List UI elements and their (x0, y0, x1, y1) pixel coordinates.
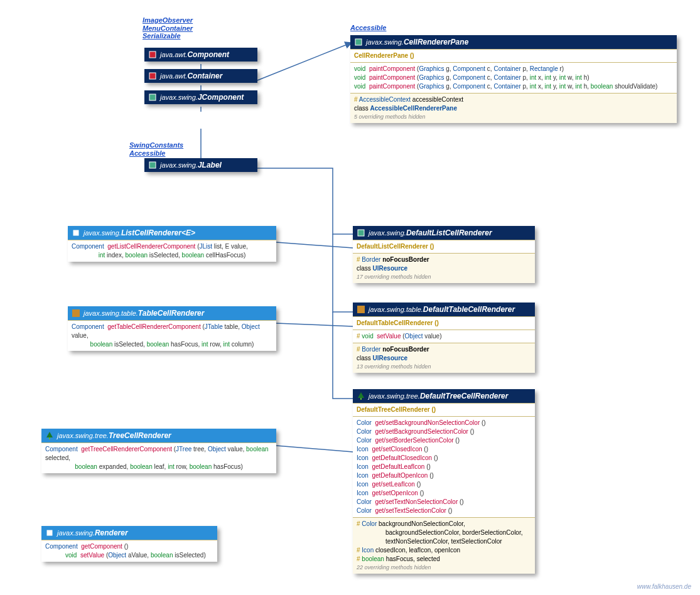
constructor-label: DefaultTableCellRenderer () (357, 319, 439, 326)
method-row: Component getTableCellRendererComponent … (68, 320, 276, 351)
interface-icon (72, 309, 80, 318)
interface-labels-component[interactable]: ImageObserver MenuContainer Serializable (143, 16, 193, 40)
interface-labels-jlabel[interactable]: SwingConstants Accessible (129, 141, 183, 157)
svg-rect-10 (72, 309, 80, 317)
constructor-label: CellRendererPane () (354, 52, 414, 59)
svg-rect-5 (149, 73, 156, 79)
class-icon (148, 161, 157, 169)
class-icon (148, 50, 157, 59)
class-box-defaulttablecellrenderer[interactable]: javax.swing.table.DefaultTableCellRender… (353, 303, 535, 373)
class-box-jcomponent[interactable]: javax.swing.JComponent (144, 90, 257, 104)
class-icon (357, 228, 365, 237)
field-list: # AccessibleContext accessibleContext cl… (350, 93, 677, 123)
method-list: Component getComponent () void setValue … (41, 540, 217, 562)
class-icon (357, 305, 365, 314)
svg-rect-11 (49, 437, 50, 439)
svg-rect-6 (149, 94, 156, 100)
field-list: # Border noFocusBorder class UIResource … (353, 253, 535, 283)
method-row: Component getTreeCellRendererComponent (… (41, 442, 276, 473)
method-list: void paintComponent (Graphics g, Compone… (350, 62, 677, 93)
svg-rect-14 (357, 306, 365, 313)
svg-rect-13 (358, 230, 364, 236)
class-box-cellrendererpane[interactable]: javax.swing.CellRendererPane CellRendere… (350, 35, 677, 123)
interface-box-listcellrenderer[interactable]: javax.swing.ListCellRenderer<E> Componen… (68, 226, 276, 262)
svg-rect-9 (73, 230, 79, 236)
interface-box-renderer[interactable]: javax.swing.Renderer Component getCompon… (41, 526, 217, 562)
svg-rect-15 (360, 398, 362, 400)
class-box-component[interactable]: java.awt.Component (144, 48, 257, 62)
tree-icon (357, 392, 365, 400)
class-icon (354, 38, 363, 46)
class-box-defaultlistcellrenderer[interactable]: javax.swing.DefaultListCellRenderer Defa… (353, 226, 535, 283)
interface-label-accessible[interactable]: Accessible (350, 24, 386, 32)
class-box-jlabel[interactable]: javax.swing.JLabel (144, 158, 257, 172)
class-box-container[interactable]: java.awt.Container (144, 69, 257, 83)
footer-link[interactable]: www.falkhausen.de (637, 583, 691, 590)
interface-icon (72, 228, 80, 237)
interface-box-treecellrenderer[interactable]: javax.swing.tree.TreeCellRenderer Compon… (41, 429, 276, 473)
interface-icon (45, 528, 54, 537)
method-row: # void setValue (Object value) (353, 330, 535, 343)
svg-rect-7 (149, 162, 156, 168)
method-row: Component getListCellRendererComponent (… (68, 240, 276, 262)
field-list: # Border noFocusBorder class UIResource … (353, 343, 535, 373)
interface-box-tablecellrenderer[interactable]: javax.swing.table.TableCellRenderer Comp… (68, 306, 276, 351)
constructor-label: DefaultTreeCellRenderer () (357, 406, 436, 413)
tree-icon (45, 431, 54, 440)
field-list: # Color backgroundNonSelectionColor, bac… (353, 517, 535, 574)
constructor-label: DefaultListCellRenderer () (357, 243, 434, 250)
method-list: Color get/setBackgroundNonSelectionColor… (353, 416, 535, 517)
svg-rect-12 (46, 530, 53, 536)
class-box-defaulttreecellrenderer[interactable]: javax.swing.tree.DefaultTreeCellRenderer… (353, 389, 535, 574)
class-icon (148, 93, 157, 102)
class-icon (148, 72, 157, 80)
svg-rect-8 (355, 39, 362, 45)
svg-rect-4 (149, 51, 156, 58)
